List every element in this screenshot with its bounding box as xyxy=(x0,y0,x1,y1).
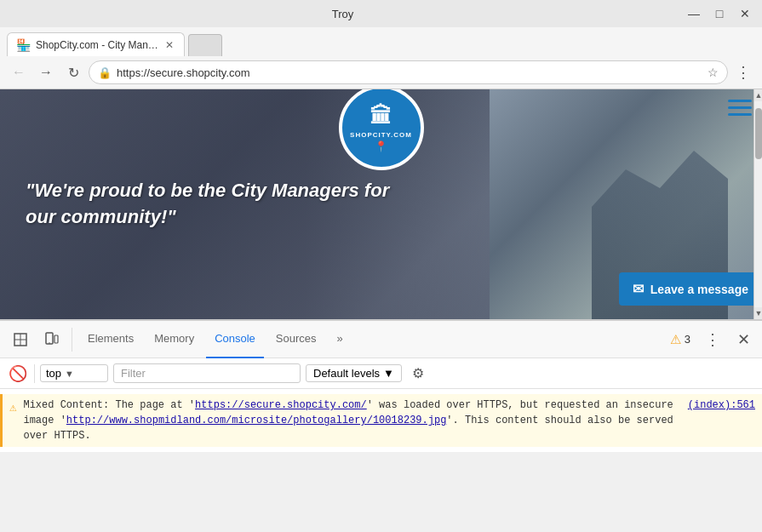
url-box[interactable]: 🔒 https://secure.shopcity.com ☆ xyxy=(89,60,728,84)
tab-more-icon: » xyxy=(337,332,343,345)
level-label: Default levels xyxy=(313,367,380,380)
logo-text: SHOPCITY.COM xyxy=(350,131,412,139)
devtools-panel: Elements Memory Console Sources » ⚠ 3 ⋮ … xyxy=(0,319,762,452)
tab-console[interactable]: Console xyxy=(206,321,264,358)
back-button[interactable]: ← xyxy=(7,60,31,84)
inspect-icon xyxy=(13,332,28,347)
url-text: https://secure.shopcity.com xyxy=(117,66,702,79)
inspect-element-button[interactable] xyxy=(7,326,34,353)
site-header: 🏛 SHOPCITY.COM 📍 xyxy=(0,89,762,170)
console-settings-button[interactable]: ⚙ xyxy=(407,363,429,385)
devtools-close-button[interactable]: ✕ xyxy=(731,328,755,352)
console-message-text: Mixed Content: The page at 'https://secu… xyxy=(23,398,680,443)
context-chevron-icon: ▼ xyxy=(65,369,74,379)
browser-chrome: 🏪 ShopCity.com - City Man… ✕ ← → ↻ 🔒 htt… xyxy=(0,27,762,89)
console-warning-icon: ⚠ xyxy=(9,399,16,417)
close-button[interactable]: ✕ xyxy=(735,3,755,24)
leave-message-label: Leave a message xyxy=(650,283,748,296)
console-filter-input[interactable] xyxy=(113,363,301,383)
site-logo[interactable]: 🏛 SHOPCITY.COM 📍 xyxy=(339,89,424,170)
warning-badge: ⚠ 3 xyxy=(663,329,697,351)
tab-title: ShopCity.com - City Man… xyxy=(36,39,158,51)
context-value: top xyxy=(46,367,61,380)
message-icon: ✉ xyxy=(633,281,644,297)
console-clear-button[interactable]: 🚫 xyxy=(7,363,29,385)
tab-sources-label: Sources xyxy=(276,332,317,345)
tab-sources[interactable]: Sources xyxy=(267,321,325,358)
tab-console-label: Console xyxy=(215,332,255,345)
forward-button[interactable]: → xyxy=(34,60,58,84)
logo-building-icon: 🏛 xyxy=(370,103,392,129)
console-output: ⚠ Mixed Content: The page at 'https://se… xyxy=(0,389,762,452)
tab-memory[interactable]: Memory xyxy=(146,321,203,358)
tab-favicon: 🏪 xyxy=(16,38,31,52)
tab-bar: 🏪 ShopCity.com - City Man… ✕ xyxy=(0,27,762,56)
svg-rect-4 xyxy=(54,335,58,343)
context-selector[interactable]: top ▼ xyxy=(40,364,108,382)
log-level-selector[interactable]: Default levels ▼ xyxy=(306,364,402,382)
warning-count: 3 xyxy=(685,333,690,346)
warning-icon: ⚠ xyxy=(670,332,681,347)
tab-close-button[interactable]: ✕ xyxy=(163,37,175,53)
devtools-toolbar: Elements Memory Console Sources » ⚠ 3 ⋮ … xyxy=(0,321,762,358)
tab-more[interactable]: » xyxy=(329,321,352,358)
refresh-button[interactable]: ↻ xyxy=(61,60,85,84)
bookmark-icon: ☆ xyxy=(708,66,719,79)
logo-pin-icon: 📍 xyxy=(375,140,388,152)
address-bar: ← → ↻ 🔒 https://secure.shopcity.com ☆ ⋮ xyxy=(0,56,762,89)
device-toolbar-button[interactable] xyxy=(37,326,65,353)
tab-elements[interactable]: Elements xyxy=(79,321,142,358)
scrollbar-down-arrow[interactable]: ▼ xyxy=(754,307,762,319)
console-warning-message: ⚠ Mixed Content: The page at 'https://se… xyxy=(0,394,762,447)
console-separator xyxy=(34,364,35,383)
device-icon xyxy=(43,332,59,347)
console-source-link[interactable]: (index):561 xyxy=(688,398,755,413)
leave-message-button[interactable]: ✉ Leave a message xyxy=(619,272,762,306)
stop-icon: 🚫 xyxy=(9,364,27,383)
tab-elements-label: Elements xyxy=(88,332,134,345)
console-toolbar: 🚫 top ▼ Default levels ▼ ⚙ xyxy=(0,358,762,389)
console-url-link-1[interactable]: https://secure.shopcity.com/ xyxy=(195,399,367,411)
level-chevron-icon: ▼ xyxy=(383,367,394,380)
title-bar: Troy — □ ✕ xyxy=(0,0,762,27)
devtools-menu-button[interactable]: ⋮ xyxy=(701,328,725,352)
active-tab[interactable]: 🏪 ShopCity.com - City Man… ✕ xyxy=(7,32,185,56)
hero-quote: "We're proud to be the City Managers for… xyxy=(0,161,419,248)
console-url-link-2[interactable]: http://www.shopmidland.com/microsite/pho… xyxy=(66,415,446,426)
svg-rect-3 xyxy=(46,333,53,344)
minimize-button[interactable]: — xyxy=(684,3,704,24)
svg-point-5 xyxy=(49,342,50,344)
browser-menu-button[interactable]: ⋮ xyxy=(731,60,755,84)
tab-memory-label: Memory xyxy=(154,332,194,345)
new-tab-area[interactable] xyxy=(188,34,222,56)
restore-button[interactable]: □ xyxy=(709,3,730,24)
title-bar-user: Troy xyxy=(332,8,354,20)
site-content: "We're proud to be the City Managers for… xyxy=(0,89,762,319)
toolbar-separator xyxy=(72,328,72,352)
secure-icon: 🔒 xyxy=(98,66,112,79)
